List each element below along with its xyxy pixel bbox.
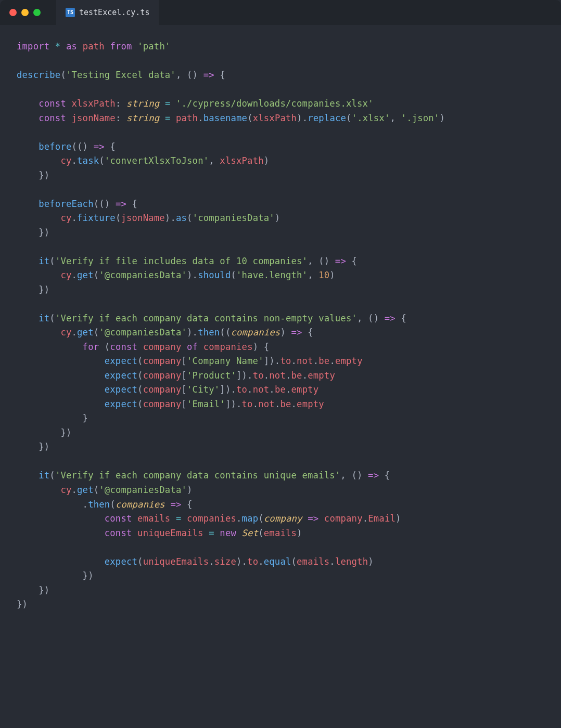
code-token: then bbox=[88, 499, 110, 510]
code-token: ). bbox=[187, 327, 198, 337]
code-token: ( bbox=[116, 213, 121, 223]
code-token: new bbox=[220, 528, 236, 538]
code-token: , () bbox=[357, 313, 385, 323]
code-token: companies bbox=[231, 327, 280, 337]
code-token: . bbox=[286, 370, 291, 381]
code-token: ]) bbox=[264, 356, 275, 366]
code-token: const bbox=[39, 98, 66, 109]
code-token: uniqueEmails bbox=[143, 556, 209, 567]
code-token: }) bbox=[83, 570, 94, 581]
code-token: jsonName bbox=[72, 113, 116, 123]
code-token: expect bbox=[105, 384, 137, 395]
code-token: = bbox=[176, 513, 182, 524]
code-token: path bbox=[176, 113, 198, 123]
code-token: ( bbox=[137, 399, 143, 409]
code-token: ( bbox=[94, 327, 99, 337]
code-token: company bbox=[324, 513, 363, 524]
code-token: be bbox=[291, 370, 302, 381]
code-token: get bbox=[77, 270, 94, 280]
code-token: ( bbox=[137, 556, 143, 567]
code-token: . bbox=[258, 556, 264, 567]
code-token: , () bbox=[340, 470, 368, 480]
code-token: => bbox=[203, 70, 214, 80]
code-token: => bbox=[308, 513, 318, 524]
code-token: . bbox=[286, 384, 291, 395]
code-token: . bbox=[291, 399, 297, 409]
code-token: 'Email' bbox=[187, 399, 225, 409]
code-token: '@companiesData' bbox=[99, 485, 187, 495]
code-token: ]) bbox=[220, 384, 231, 395]
code-token: (() bbox=[72, 141, 94, 152]
code-token: => bbox=[94, 141, 105, 152]
code-token: emails bbox=[137, 513, 170, 524]
code-token: ( bbox=[99, 155, 105, 166]
code-token: Set bbox=[242, 528, 259, 538]
code-token: ( bbox=[247, 113, 253, 123]
code-token: : bbox=[116, 98, 126, 109]
code-token: 'Verify if file includes data of 10 comp… bbox=[55, 256, 308, 266]
tab-filename: testExcel.cy.ts bbox=[79, 6, 149, 19]
code-token: ). bbox=[187, 270, 198, 280]
code-token: cy bbox=[60, 213, 71, 223]
code-token: xlsxPath bbox=[220, 155, 263, 166]
code-token: . bbox=[198, 113, 203, 123]
code-token: ( bbox=[137, 356, 143, 366]
code-token: empty bbox=[291, 384, 319, 395]
code-token: , bbox=[390, 113, 401, 123]
code-token: ( bbox=[231, 270, 236, 280]
code-token: const bbox=[39, 113, 66, 123]
file-tab[interactable]: TS testExcel.cy.ts bbox=[56, 0, 159, 25]
code-editor[interactable]: import * as path from 'path' describe('T… bbox=[0, 25, 561, 627]
code-token: 'Company Name' bbox=[187, 356, 264, 366]
code-token: [ bbox=[181, 370, 187, 381]
code-token: expect bbox=[105, 370, 137, 381]
code-token: ) bbox=[275, 213, 280, 223]
code-token: length bbox=[335, 556, 368, 567]
code-token: . bbox=[72, 155, 78, 166]
code-token: to bbox=[253, 370, 264, 381]
code-token: => bbox=[170, 499, 181, 510]
code-token: ( bbox=[94, 270, 99, 280]
code-token: . bbox=[269, 384, 275, 395]
code-token: ( bbox=[291, 556, 297, 567]
code-token: 'have.length' bbox=[236, 270, 308, 280]
window-controls bbox=[9, 9, 41, 16]
code-token: { bbox=[126, 199, 137, 209]
code-token: ( bbox=[187, 213, 193, 223]
code-token: . bbox=[72, 213, 78, 223]
typescript-icon: TS bbox=[66, 8, 75, 17]
code-token: }) bbox=[39, 284, 49, 295]
code-token: fixture bbox=[77, 213, 116, 223]
code-token: . bbox=[72, 485, 78, 495]
code-token: { bbox=[214, 70, 225, 80]
code-token bbox=[165, 499, 171, 510]
close-window-button[interactable] bbox=[9, 9, 17, 16]
code-token: as bbox=[66, 41, 77, 51]
code-token: }) bbox=[39, 227, 49, 238]
code-token: to bbox=[247, 556, 258, 567]
code-token: . bbox=[264, 370, 270, 381]
code-token: = bbox=[165, 113, 171, 123]
minimize-window-button[interactable] bbox=[21, 9, 29, 16]
maximize-window-button[interactable] bbox=[33, 9, 41, 16]
code-token: ) bbox=[297, 528, 302, 538]
code-token: ( bbox=[137, 384, 143, 395]
code-token: be bbox=[275, 384, 286, 395]
code-token: = bbox=[209, 528, 214, 538]
code-token: it bbox=[39, 256, 49, 266]
code-token: as bbox=[176, 213, 187, 223]
code-token: const bbox=[105, 528, 132, 538]
code-token: xlsxPath bbox=[253, 113, 297, 123]
code-token: company bbox=[143, 370, 182, 381]
code-token: => bbox=[291, 327, 302, 337]
code-token: path bbox=[83, 41, 105, 51]
code-token: get bbox=[77, 485, 94, 495]
code-token: => bbox=[368, 470, 379, 480]
code-token: ]) bbox=[236, 370, 247, 381]
code-token: expect bbox=[105, 556, 137, 567]
code-token: not bbox=[269, 370, 286, 381]
code-token: company bbox=[143, 399, 182, 409]
code-token: ( bbox=[258, 528, 264, 538]
code-token: of bbox=[187, 342, 198, 352]
code-token: size bbox=[214, 556, 236, 567]
